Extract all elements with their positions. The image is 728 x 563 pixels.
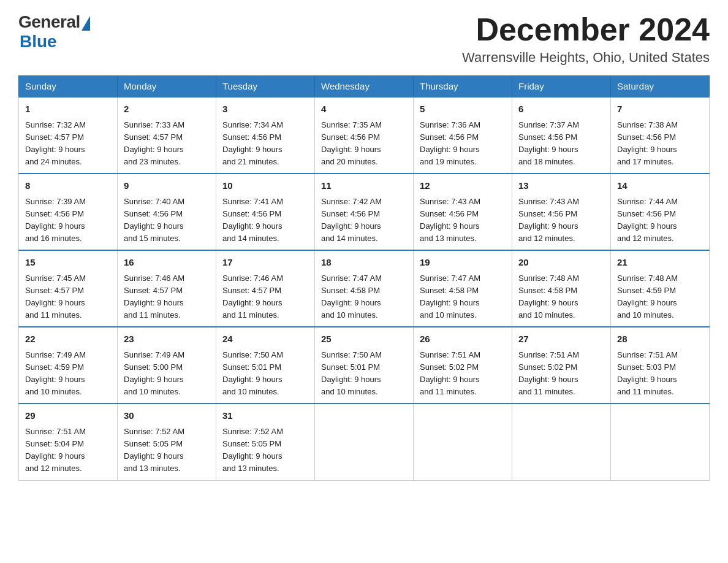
day-number: 26	[420, 332, 506, 347]
calendar-day-cell: 4Sunrise: 7:35 AMSunset: 4:56 PMDaylight…	[315, 97, 414, 174]
calendar-day-cell: 11Sunrise: 7:42 AMSunset: 4:56 PMDayligh…	[315, 174, 414, 250]
page-header: General Blue December 2024 Warrensville …	[18, 12, 710, 66]
calendar-day-cell: 12Sunrise: 7:43 AMSunset: 4:56 PMDayligh…	[414, 174, 512, 250]
calendar-day-cell: 17Sunrise: 7:46 AMSunset: 4:57 PMDayligh…	[216, 250, 315, 327]
day-info: Sunrise: 7:32 AMSunset: 4:57 PMDaylight:…	[25, 119, 111, 169]
day-info: Sunrise: 7:51 AMSunset: 5:03 PMDaylight:…	[617, 349, 703, 399]
calendar-day-cell: 14Sunrise: 7:44 AMSunset: 4:56 PMDayligh…	[611, 174, 710, 250]
calendar-header-monday: Monday	[118, 76, 216, 98]
calendar-day-cell: 28Sunrise: 7:51 AMSunset: 5:03 PMDayligh…	[611, 327, 710, 404]
day-info: Sunrise: 7:45 AMSunset: 4:57 PMDaylight:…	[25, 272, 111, 322]
day-number: 17	[222, 256, 308, 270]
calendar-day-cell: 22Sunrise: 7:49 AMSunset: 4:59 PMDayligh…	[19, 327, 118, 404]
calendar-day-cell: 10Sunrise: 7:41 AMSunset: 4:56 PMDayligh…	[216, 174, 315, 250]
month-title: December 2024	[462, 12, 710, 47]
day-number: 2	[124, 102, 210, 117]
logo: General Blue	[18, 12, 90, 52]
calendar-week-row: 22Sunrise: 7:49 AMSunset: 4:59 PMDayligh…	[19, 327, 710, 404]
calendar-day-cell	[512, 404, 611, 480]
day-number: 23	[124, 332, 210, 347]
day-number: 1	[25, 102, 111, 117]
day-number: 7	[617, 102, 703, 117]
day-info: Sunrise: 7:52 AMSunset: 5:05 PMDaylight:…	[124, 426, 210, 475]
day-number: 29	[25, 409, 111, 423]
calendar-week-row: 1Sunrise: 7:32 AMSunset: 4:57 PMDaylight…	[19, 97, 710, 174]
calendar-week-row: 8Sunrise: 7:39 AMSunset: 4:56 PMDaylight…	[19, 174, 710, 250]
day-info: Sunrise: 7:46 AMSunset: 4:57 PMDaylight:…	[124, 272, 210, 322]
day-number: 10	[222, 179, 308, 193]
day-number: 27	[518, 332, 604, 347]
calendar-day-cell: 19Sunrise: 7:47 AMSunset: 4:58 PMDayligh…	[414, 250, 512, 327]
day-number: 30	[124, 409, 210, 423]
day-number: 25	[321, 332, 407, 347]
day-info: Sunrise: 7:38 AMSunset: 4:56 PMDaylight:…	[617, 119, 703, 169]
day-info: Sunrise: 7:35 AMSunset: 4:56 PMDaylight:…	[321, 119, 407, 169]
day-info: Sunrise: 7:37 AMSunset: 4:56 PMDaylight:…	[518, 119, 604, 169]
calendar-day-cell: 5Sunrise: 7:36 AMSunset: 4:56 PMDaylight…	[414, 97, 512, 174]
calendar-day-cell: 21Sunrise: 7:48 AMSunset: 4:59 PMDayligh…	[611, 250, 710, 327]
calendar-header-thursday: Thursday	[414, 76, 512, 98]
day-number: 28	[617, 332, 703, 347]
day-number: 12	[420, 179, 506, 193]
title-area: December 2024 Warrensville Heights, Ohio…	[462, 12, 710, 66]
day-info: Sunrise: 7:48 AMSunset: 4:58 PMDaylight:…	[518, 272, 604, 322]
day-info: Sunrise: 7:46 AMSunset: 4:57 PMDaylight:…	[222, 272, 308, 322]
day-number: 13	[518, 179, 604, 193]
calendar-day-cell: 27Sunrise: 7:51 AMSunset: 5:02 PMDayligh…	[512, 327, 611, 404]
calendar-day-cell	[414, 404, 512, 480]
day-number: 11	[321, 179, 407, 193]
day-info: Sunrise: 7:43 AMSunset: 4:56 PMDaylight:…	[420, 196, 506, 245]
day-info: Sunrise: 7:49 AMSunset: 5:00 PMDaylight:…	[124, 349, 210, 399]
day-number: 21	[617, 256, 703, 270]
day-number: 16	[124, 256, 210, 270]
day-info: Sunrise: 7:51 AMSunset: 5:02 PMDaylight:…	[420, 349, 506, 399]
day-info: Sunrise: 7:51 AMSunset: 5:04 PMDaylight:…	[25, 426, 111, 475]
calendar-day-cell: 26Sunrise: 7:51 AMSunset: 5:02 PMDayligh…	[414, 327, 512, 404]
day-number: 19	[420, 256, 506, 270]
day-number: 15	[25, 256, 111, 270]
calendar-day-cell: 6Sunrise: 7:37 AMSunset: 4:56 PMDaylight…	[512, 97, 611, 174]
day-number: 6	[518, 102, 604, 117]
logo-triangle-icon	[82, 16, 90, 31]
day-info: Sunrise: 7:36 AMSunset: 4:56 PMDaylight:…	[420, 119, 506, 169]
calendar-day-cell	[315, 404, 414, 480]
calendar-header-friday: Friday	[512, 76, 611, 98]
day-info: Sunrise: 7:42 AMSunset: 4:56 PMDaylight:…	[321, 196, 407, 245]
day-number: 8	[25, 179, 111, 193]
day-number: 31	[222, 409, 308, 423]
calendar-day-cell: 1Sunrise: 7:32 AMSunset: 4:57 PMDaylight…	[19, 97, 118, 174]
day-number: 5	[420, 102, 506, 117]
day-info: Sunrise: 7:51 AMSunset: 5:02 PMDaylight:…	[518, 349, 604, 399]
day-number: 20	[518, 256, 604, 270]
calendar-day-cell: 31Sunrise: 7:52 AMSunset: 5:05 PMDayligh…	[216, 404, 315, 480]
day-info: Sunrise: 7:43 AMSunset: 4:56 PMDaylight:…	[518, 196, 604, 245]
day-info: Sunrise: 7:47 AMSunset: 4:58 PMDaylight:…	[321, 272, 407, 322]
day-number: 14	[617, 179, 703, 193]
calendar-header-tuesday: Tuesday	[216, 76, 315, 98]
calendar-week-row: 29Sunrise: 7:51 AMSunset: 5:04 PMDayligh…	[19, 404, 710, 480]
calendar-day-cell: 23Sunrise: 7:49 AMSunset: 5:00 PMDayligh…	[118, 327, 216, 404]
day-info: Sunrise: 7:39 AMSunset: 4:56 PMDaylight:…	[25, 196, 111, 245]
calendar-day-cell: 16Sunrise: 7:46 AMSunset: 4:57 PMDayligh…	[118, 250, 216, 327]
day-info: Sunrise: 7:50 AMSunset: 5:01 PMDaylight:…	[321, 349, 407, 399]
calendar-day-cell: 7Sunrise: 7:38 AMSunset: 4:56 PMDaylight…	[611, 97, 710, 174]
calendar-header-row: SundayMondayTuesdayWednesdayThursdayFrid…	[19, 76, 710, 98]
day-info: Sunrise: 7:52 AMSunset: 5:05 PMDaylight:…	[222, 426, 308, 475]
logo-blue-text: Blue	[20, 32, 57, 52]
calendar-day-cell: 25Sunrise: 7:50 AMSunset: 5:01 PMDayligh…	[315, 327, 414, 404]
calendar-day-cell: 2Sunrise: 7:33 AMSunset: 4:57 PMDaylight…	[118, 97, 216, 174]
day-number: 4	[321, 102, 407, 117]
day-number: 22	[25, 332, 111, 347]
day-number: 9	[124, 179, 210, 193]
calendar-table: SundayMondayTuesdayWednesdayThursdayFrid…	[18, 75, 710, 480]
calendar-day-cell: 15Sunrise: 7:45 AMSunset: 4:57 PMDayligh…	[19, 250, 118, 327]
calendar-day-cell: 18Sunrise: 7:47 AMSunset: 4:58 PMDayligh…	[315, 250, 414, 327]
calendar-day-cell: 20Sunrise: 7:48 AMSunset: 4:58 PMDayligh…	[512, 250, 611, 327]
day-number: 24	[222, 332, 308, 347]
location-title: Warrensville Heights, Ohio, United State…	[462, 50, 710, 66]
logo-general-text: General	[18, 12, 80, 32]
calendar-header-wednesday: Wednesday	[315, 76, 414, 98]
day-info: Sunrise: 7:44 AMSunset: 4:56 PMDaylight:…	[617, 196, 703, 245]
calendar-day-cell: 30Sunrise: 7:52 AMSunset: 5:05 PMDayligh…	[118, 404, 216, 480]
calendar-header-saturday: Saturday	[611, 76, 710, 98]
